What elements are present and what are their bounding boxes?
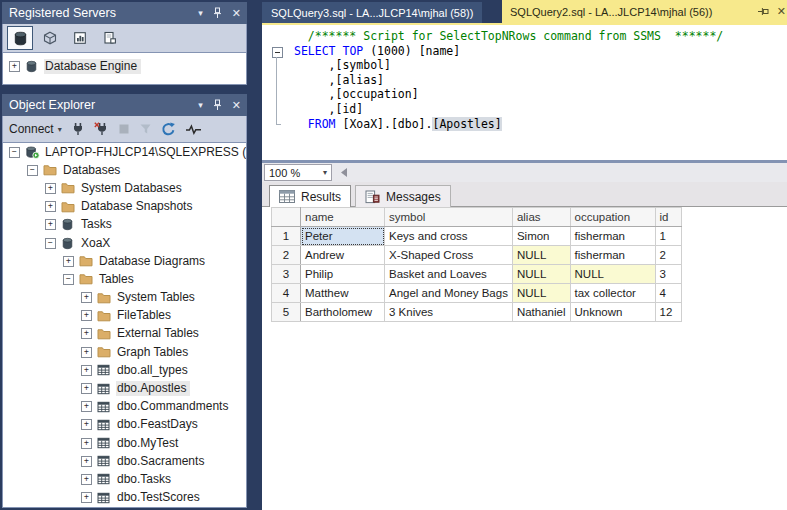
analysis-services-button[interactable]	[37, 26, 63, 50]
tree-item-dbo-commandments[interactable]: +dbo.Commandments	[3, 398, 246, 416]
close-icon[interactable]: ✕	[232, 100, 241, 111]
collapse-icon[interactable]: −	[9, 147, 20, 158]
code-collapse-icon[interactable]	[272, 47, 283, 58]
grid-cell-id[interactable]: 12	[655, 303, 681, 322]
grid-cell-id[interactable]: 2	[655, 246, 681, 265]
sql-editor[interactable]: /****** Script for SelectTopNRows comman…	[262, 25, 787, 160]
grid-cell-name[interactable]: Andrew	[301, 246, 385, 265]
tree-item-filetables[interactable]: +FileTables	[3, 307, 246, 325]
grid-cell-symbol[interactable]: Angel and Money Bags	[385, 284, 513, 303]
database-engine-button[interactable]	[7, 26, 33, 50]
expand-icon[interactable]: +	[81, 456, 92, 467]
row-number-cell[interactable]: 4	[272, 284, 301, 303]
grid-cell-occupation[interactable]: fisherman	[570, 246, 655, 265]
column-header-id[interactable]: id	[655, 208, 681, 227]
pin-icon[interactable]	[212, 7, 223, 19]
grid-cell-symbol[interactable]: Basket and Loaves	[385, 265, 513, 284]
expand-icon[interactable]: +	[81, 474, 92, 485]
integration-services-button[interactable]	[97, 26, 123, 50]
expand-icon[interactable]: +	[81, 401, 92, 412]
grid-cell-id[interactable]: 4	[655, 284, 681, 303]
expand-icon[interactable]: +	[45, 183, 56, 194]
tab-sqlquery2[interactable]: SQLQuery2.sql - LA...JLCP14\mjhal (56)) …	[502, 0, 787, 23]
tree-item-database-diagrams[interactable]: +Database Diagrams	[3, 252, 246, 270]
grid-cell-alias[interactable]: Nathaniel	[512, 303, 570, 322]
close-icon[interactable]: ✕	[232, 8, 241, 19]
object-explorer-titlebar[interactable]: Object Explorer ▾ ✕	[2, 94, 247, 116]
expand-icon[interactable]: +	[81, 438, 92, 449]
grid-cell-occupation[interactable]: tax collector	[570, 284, 655, 303]
tree-item-graph-tables[interactable]: +Graph Tables	[3, 343, 246, 361]
window-menu-icon[interactable]: ▾	[198, 9, 203, 18]
grid-cell-symbol[interactable]: X-Shaped Cross	[385, 246, 513, 265]
tree-item-databases[interactable]: −Databases	[3, 161, 246, 179]
zoom-select[interactable]: 100 % ▾	[264, 164, 332, 181]
tree-item-database-engine[interactable]: +Database Engine	[3, 56, 246, 76]
grid-cell-occupation[interactable]: fisherman	[570, 227, 655, 246]
collapse-icon[interactable]: −	[45, 238, 56, 249]
pin-icon[interactable]	[757, 6, 769, 17]
collapse-icon[interactable]: −	[63, 274, 74, 285]
tree-item-tasks[interactable]: +Tasks	[3, 216, 246, 234]
tree-item-system-tables[interactable]: +System Tables	[3, 289, 246, 307]
scroll-left-icon[interactable]	[341, 168, 347, 177]
close-icon[interactable]: ✕	[777, 6, 786, 17]
grid-cell-symbol[interactable]: Keys and cross	[385, 227, 513, 246]
grid-cell-name[interactable]: Peter	[301, 227, 385, 246]
tree-item-dbo-apostles[interactable]: +dbo.Apostles	[3, 379, 246, 397]
expand-icon[interactable]: +	[81, 365, 92, 376]
registered-servers-titlebar[interactable]: Registered Servers ▾ ✕	[2, 2, 247, 24]
expand-icon[interactable]: +	[45, 201, 56, 212]
expand-icon[interactable]: +	[81, 419, 92, 430]
tree-item-xoax[interactable]: −XoaX	[3, 234, 246, 252]
connect-dropdown[interactable]: Connect ▾	[9, 122, 62, 136]
grid-cell-alias[interactable]: NULL	[512, 265, 570, 284]
grid-cell-alias[interactable]: NULL	[512, 246, 570, 265]
pin-icon[interactable]	[212, 99, 223, 111]
column-header-occupation[interactable]: occupation	[570, 208, 655, 227]
grid-cell-occupation[interactable]: NULL	[570, 265, 655, 284]
expand-icon[interactable]: +	[81, 383, 92, 394]
grid-cell-id[interactable]: 1	[655, 227, 681, 246]
tree-item-dbo-all-types[interactable]: +dbo.all_types	[3, 361, 246, 379]
tree-item-views[interactable]: +Views	[3, 507, 246, 508]
refresh-icon[interactable]	[161, 118, 176, 140]
tree-item-dbo-mytest[interactable]: +dbo.MyTest	[3, 434, 246, 452]
expand-icon[interactable]: +	[81, 347, 92, 358]
expand-icon[interactable]: +	[81, 292, 92, 303]
grid-cell-alias[interactable]: Simon	[512, 227, 570, 246]
tab-results[interactable]: Results	[269, 185, 351, 207]
tree-item-laptop-fhjlcp14-sqlexpress-sql-s[interactable]: −LAPTOP-FHJLCP14\SQLEXPRESS (SQL S	[3, 143, 246, 161]
row-number-cell[interactable]: 3	[272, 265, 301, 284]
reporting-services-button[interactable]	[67, 26, 93, 50]
expand-icon[interactable]: +	[9, 61, 20, 72]
expand-icon[interactable]: +	[81, 328, 92, 339]
grid-cell-alias[interactable]: NULL	[512, 284, 570, 303]
tree-item-tables[interactable]: −Tables	[3, 270, 246, 288]
tree-item-database-snapshots[interactable]: +Database Snapshots	[3, 198, 246, 216]
tree-item-dbo-tasks[interactable]: +dbo.Tasks	[3, 470, 246, 488]
connect-plug-icon[interactable]	[71, 118, 85, 140]
grid-cell-name[interactable]: Matthew	[301, 284, 385, 303]
grid-cell-occupation[interactable]: Unknown	[570, 303, 655, 322]
window-menu-icon[interactable]: ▾	[198, 101, 203, 110]
tree-item-dbo-testscores[interactable]: +dbo.TestScores	[3, 489, 246, 507]
tree-item-dbo-feastdays[interactable]: +dbo.FeastDays	[3, 416, 246, 434]
collapse-icon[interactable]: −	[27, 165, 38, 176]
tab-sqlquery3[interactable]: SQLQuery3.sql - LA...JLCP14\mjhal (58))	[262, 2, 482, 23]
disconnect-plug-icon[interactable]	[94, 118, 109, 140]
tab-messages[interactable]: Messages	[355, 185, 451, 207]
grid-cell-name[interactable]: Bartholomew	[301, 303, 385, 322]
column-header-symbol[interactable]: symbol	[385, 208, 513, 227]
tree-item-system-databases[interactable]: +System Databases	[3, 179, 246, 197]
filter-icon[interactable]	[139, 118, 152, 140]
tree-item-external-tables[interactable]: +External Tables	[3, 325, 246, 343]
grid-corner-cell[interactable]	[272, 208, 301, 227]
row-number-cell[interactable]: 2	[272, 246, 301, 265]
column-header-alias[interactable]: alias	[512, 208, 570, 227]
row-number-cell[interactable]: 1	[272, 227, 301, 246]
tree-item-dbo-sacraments[interactable]: +dbo.Sacraments	[3, 452, 246, 470]
column-header-name[interactable]: name	[301, 208, 385, 227]
expand-icon[interactable]: +	[81, 310, 92, 321]
grid-cell-symbol[interactable]: 3 Knives	[385, 303, 513, 322]
